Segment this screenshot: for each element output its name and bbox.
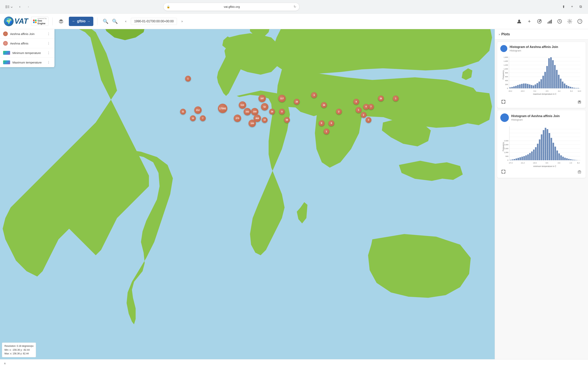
marker-1a[interactable]: 1 bbox=[393, 96, 399, 101]
marker-3a[interactable]: 3 bbox=[311, 92, 317, 98]
marker-1d[interactable]: 1 bbox=[324, 129, 329, 134]
marker-1c[interactable]: 1 bbox=[185, 76, 191, 82]
marker-1b[interactable]: 1 bbox=[356, 107, 362, 113]
operators-button[interactable]: ⚙ bbox=[535, 17, 544, 26]
collapse-btn[interactable]: ∧ bbox=[4, 362, 6, 365]
layers-button[interactable] bbox=[56, 17, 66, 26]
svg-rect-14 bbox=[550, 20, 551, 24]
app-toolbar: 🌍 VAT powered by GeoEngine bbox=[0, 14, 588, 29]
svg-rect-74 bbox=[574, 88, 575, 88]
marker-100[interactable]: 100 bbox=[249, 120, 256, 127]
tabs-button[interactable]: ⧉ bbox=[577, 3, 584, 10]
marker-6[interactable]: 6 bbox=[329, 120, 334, 126]
app-logo: 🌍 VAT powered by GeoEngine bbox=[4, 17, 48, 26]
marker-52[interactable]: 52 bbox=[261, 103, 268, 110]
zoom-out-button[interactable]: 🔍 bbox=[111, 17, 119, 26]
user-button[interactable] bbox=[515, 17, 523, 26]
svg-rect-44 bbox=[515, 86, 517, 88]
marker-162[interactable]: 162 bbox=[244, 108, 251, 115]
svg-text:-9.5: -9.5 bbox=[545, 162, 548, 164]
plot-chart-1: Frequency 0 bbox=[500, 54, 583, 97]
marker-2b[interactable]: 2 bbox=[361, 112, 366, 118]
settings-button[interactable] bbox=[565, 17, 574, 26]
svg-text:2,500: 2,500 bbox=[504, 140, 509, 142]
sidebar-toggle[interactable] bbox=[4, 4, 15, 9]
svg-rect-136 bbox=[572, 160, 574, 160]
layer-menu-aeshna-join[interactable]: ⋮ bbox=[46, 31, 51, 36]
svg-text:?: ? bbox=[579, 20, 581, 23]
svg-text:1,000: 1,000 bbox=[504, 151, 509, 153]
svg-rect-55 bbox=[537, 83, 538, 88]
chart-button[interactable] bbox=[545, 17, 554, 26]
marker-26[interactable]: 26 bbox=[378, 96, 384, 101]
map-area[interactable]: Aeshna affinis Join ⋮ Aeshna affinis ⋮ M… bbox=[0, 29, 495, 359]
marker-212[interactable]: 212 bbox=[194, 106, 202, 114]
svg-rect-130 bbox=[560, 155, 562, 160]
marker-4b[interactable]: 4 bbox=[363, 104, 369, 110]
plot-expand-2[interactable] bbox=[500, 168, 507, 175]
time-back-button[interactable]: ‹ bbox=[122, 18, 129, 25]
svg-rect-58 bbox=[543, 76, 544, 88]
plot-delete-2[interactable] bbox=[576, 168, 583, 175]
plot-dot-2 bbox=[500, 113, 509, 122]
marker-29[interactable]: 29 bbox=[294, 99, 300, 105]
history-button[interactable] bbox=[555, 17, 564, 26]
marker-117[interactable]: 117 bbox=[278, 95, 286, 102]
svg-point-17 bbox=[569, 21, 571, 22]
svg-rect-45 bbox=[517, 85, 519, 88]
svg-rect-125 bbox=[551, 138, 552, 160]
reload-icon[interactable]: ↻ bbox=[294, 5, 296, 8]
marker-275[interactable]: 275 bbox=[234, 115, 241, 122]
marker-9a[interactable]: 9 bbox=[279, 109, 285, 115]
back-button[interactable]: ‹ bbox=[16, 3, 23, 10]
plots-header[interactable]: › Plots bbox=[495, 29, 588, 40]
svg-rect-42 bbox=[511, 87, 513, 88]
svg-rect-129 bbox=[558, 153, 560, 160]
layer-item-max-temp[interactable]: Maximum temperature ⋮ bbox=[0, 58, 54, 67]
plot-card-2: Histogram of Aeshna affinis Join Histogr… bbox=[497, 110, 586, 178]
forward-button[interactable]: › bbox=[25, 3, 32, 10]
layer-menu-min-temp[interactable]: ⋮ bbox=[46, 50, 51, 56]
marker-10[interactable]: 10 bbox=[190, 115, 196, 121]
plot-delete-1[interactable] bbox=[576, 99, 583, 105]
svg-rect-43 bbox=[513, 86, 515, 88]
address-bar[interactable]: 🔒 vat.gfbio.org ↻ bbox=[163, 3, 299, 11]
layer-menu-max-temp[interactable]: ⋮ bbox=[46, 60, 51, 65]
marker-168[interactable]: 168 bbox=[251, 108, 259, 115]
share-button[interactable]: ⬆ bbox=[560, 3, 567, 10]
marker-34a[interactable]: 34 bbox=[269, 109, 275, 115]
marker-9b[interactable]: 9 bbox=[319, 120, 325, 126]
marker-2a[interactable]: 2 bbox=[336, 109, 342, 115]
svg-rect-67 bbox=[560, 79, 562, 88]
time-forward-button[interactable]: › bbox=[179, 18, 185, 25]
svg-rect-76 bbox=[578, 88, 579, 88]
marker-31[interactable]: 31 bbox=[180, 109, 186, 115]
add-button[interactable]: + bbox=[525, 17, 534, 26]
vat-logo: 🌍 VAT bbox=[4, 17, 28, 26]
layer-item-aeshna[interactable]: Aeshna affinis ⋮ bbox=[0, 39, 54, 48]
layer-item-min-temp[interactable]: Minimum temperature ⋮ bbox=[0, 48, 54, 58]
svg-rect-70 bbox=[566, 85, 567, 88]
marker-58[interactable]: 58 bbox=[284, 117, 290, 123]
workflow-button[interactable]: ← gfbio → bbox=[69, 17, 93, 26]
help-button[interactable]: ? bbox=[576, 17, 584, 26]
new-tab-button[interactable]: + bbox=[569, 3, 576, 10]
marker-34b[interactable]: 34 bbox=[321, 102, 327, 108]
marker-510[interactable]: 510 bbox=[239, 101, 246, 109]
zoom-in-button[interactable]: 🔍 bbox=[101, 17, 110, 26]
plot-header-1: Histogram of Aeshna affinis Join Histogr… bbox=[500, 45, 583, 52]
layer-item-aeshna-join[interactable]: Aeshna affinis Join ⋮ bbox=[0, 29, 54, 39]
marker-3b[interactable]: 3 bbox=[365, 117, 372, 123]
marker-17592[interactable]: 17592 bbox=[218, 104, 227, 113]
marker-7b[interactable]: 7 bbox=[200, 115, 206, 121]
svg-rect-115 bbox=[531, 151, 533, 160]
marker-187[interactable]: 187 bbox=[259, 95, 266, 102]
time-display[interactable]: 1990-01-01T00:00:00+00:00 bbox=[131, 18, 177, 25]
lock-icon: 🔒 bbox=[167, 5, 170, 8]
plot-expand-1[interactable] bbox=[500, 99, 507, 105]
marker-13[interactable]: 13 bbox=[262, 117, 268, 123]
layer-menu-aeshna[interactable]: ⋮ bbox=[46, 41, 51, 46]
marker-4a[interactable]: 4 bbox=[353, 99, 359, 105]
svg-text:maximum temperature in C: maximum temperature in C bbox=[533, 93, 556, 95]
layer-icon-min-temp bbox=[3, 51, 10, 55]
